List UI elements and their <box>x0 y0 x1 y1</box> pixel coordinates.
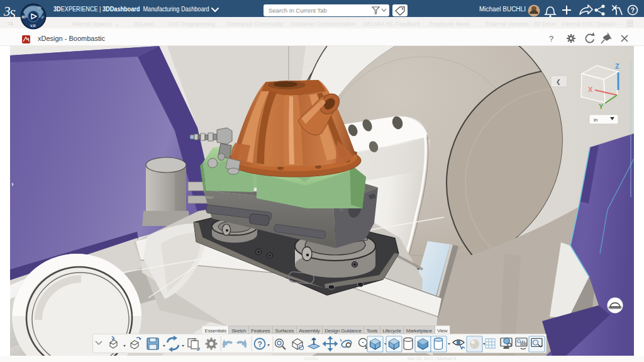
svg-text:❮: ❮ <box>556 79 561 86</box>
svg-text:X: X <box>588 86 593 93</box>
svg-text:Y: Y <box>599 103 604 110</box>
svg-text:?: ? <box>258 340 262 349</box>
svg-text:in: in <box>594 117 597 123</box>
svg-text:Z: Z <box>615 62 619 70</box>
svg-text:›: › <box>11 180 14 188</box>
